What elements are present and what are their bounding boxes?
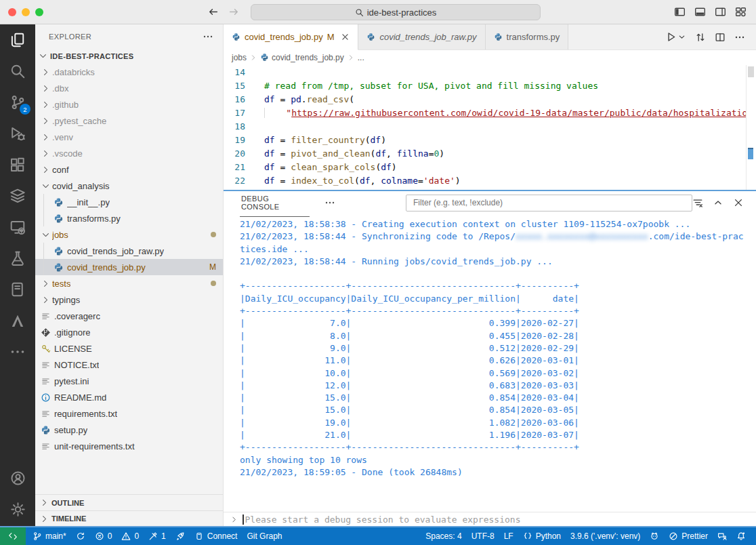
tab-covid_trends_job.py[interactable]: covid_trends_job.pyM (224, 24, 358, 50)
status-feedback[interactable] (713, 527, 732, 545)
split-editor-icon[interactable] (715, 32, 726, 43)
activity-item-testing[interactable] (0, 243, 35, 274)
filter-icon[interactable] (692, 197, 703, 208)
modified-region-marker (748, 148, 753, 159)
explorer-actions-icon[interactable] (203, 31, 213, 42)
minimize-window-button[interactable] (22, 8, 30, 16)
tree-item-covid_trends_job_raw.py[interactable]: covid_trends_job_raw.py (35, 243, 223, 259)
code-line: 14 (224, 66, 756, 79)
tree-item-.pytest_cache[interactable]: .pytest_cache (35, 113, 223, 129)
customize-layout-icon[interactable] (735, 6, 747, 18)
tree-item-.databricks[interactable]: .databricks (35, 64, 223, 80)
outline-section[interactable]: OUTLINE (35, 494, 223, 510)
forward-icon[interactable] (228, 6, 240, 18)
toggle-secondary-sidebar-icon[interactable] (715, 6, 726, 18)
line-number: 21 (224, 161, 256, 174)
status-launch[interactable] (171, 527, 190, 545)
tree-item-.gitignore[interactable]: .gitignore (35, 324, 223, 340)
open-changes-icon[interactable] (695, 32, 706, 43)
tree-item-tests[interactable]: tests (35, 275, 223, 291)
tab-debug-console[interactable]: DEBUG CONSOLE (240, 190, 310, 217)
activity-item-additional-views[interactable] (0, 336, 35, 367)
activity-item-manage-settings[interactable] (0, 493, 35, 525)
scrollbar-thumb[interactable] (748, 66, 754, 77)
close-tab-icon[interactable] (341, 33, 350, 41)
console-line: +-------------------+-------------------… (240, 305, 745, 317)
tree-item-covid_analysis[interactable]: covid_analysis (35, 178, 223, 194)
status-prettier[interactable]: Prettier (664, 527, 713, 545)
tree-item-jobs[interactable]: jobs (35, 226, 223, 243)
code-editor[interactable]: 1415# read from /tmp, subset for USA, pi… (224, 64, 756, 188)
activity-item-accounts[interactable] (0, 462, 35, 493)
activity-item-stack-view[interactable] (0, 180, 35, 211)
activity-item-notebook[interactable] (0, 274, 35, 305)
activity-item-remote-explorer[interactable] (0, 211, 35, 243)
breadcrumb-item[interactable]: ... (358, 53, 364, 62)
bell-icon (736, 531, 746, 541)
status-warnings[interactable]: 0 (117, 527, 144, 545)
run-dropdown-chevron-icon[interactable] (677, 33, 686, 41)
activity-item-run-and-debug[interactable] (0, 118, 35, 149)
tree-item-.vscode[interactable]: .vscode (35, 145, 223, 161)
console-filter-input[interactable] (412, 197, 692, 208)
activity-item-source-control[interactable]: 2 (0, 87, 35, 118)
collapse-panel-icon[interactable] (713, 197, 723, 208)
more-actions-icon[interactable] (734, 32, 745, 43)
status-eol[interactable]: LF (499, 527, 518, 545)
breadcrumb-item[interactable]: covid_trends_job.py (272, 53, 344, 62)
zoom-window-button[interactable] (35, 8, 43, 16)
status-git-graph[interactable]: Git Graph (242, 527, 287, 545)
debug-repl-input[interactable]: Please start a debug session to evaluate… (224, 512, 756, 526)
editor-scrollbar[interactable] (746, 65, 756, 190)
tab-covid_trends_job_raw.py[interactable]: covid_trends_job_raw.py (358, 24, 485, 49)
command-center-search[interactable]: ide-best-practices (251, 4, 541, 20)
activity-item-letter-a-extension[interactable] (0, 305, 35, 336)
file-name: NOTICE.txt (54, 360, 99, 370)
activity-item-explorer[interactable] (0, 24, 35, 56)
status-indentation[interactable]: Spaces: 4 (421, 527, 466, 545)
close-panel-icon[interactable] (733, 197, 744, 208)
activity-item-search[interactable] (0, 56, 35, 87)
back-icon[interactable] (207, 6, 219, 18)
status-language-mode[interactable]: Python (518, 527, 566, 545)
breadcrumb-item[interactable]: jobs (232, 53, 247, 62)
panel-more-actions-icon[interactable] (324, 197, 335, 208)
breadcrumb[interactable]: jobscovid_trends_job.py... (224, 50, 756, 64)
status-sync-changes[interactable] (71, 527, 90, 545)
status-errors[interactable]: 0 (90, 527, 117, 545)
line-content (256, 66, 264, 79)
tree-item-NOTICE.txt[interactable]: NOTICE.txt (35, 357, 223, 373)
tree-item-.github[interactable]: .github (35, 96, 223, 113)
tree-item-transforms.py[interactable]: transforms.py (35, 210, 223, 226)
tree-item-conf[interactable]: conf (35, 161, 223, 178)
tree-item-covid_trends_job.py[interactable]: covid_trends_job.pyM (35, 259, 223, 275)
status-encoding[interactable]: UTF-8 (467, 527, 499, 545)
status-octoface[interactable] (645, 527, 664, 545)
timeline-section[interactable]: TIMELINE (35, 510, 223, 526)
workspace-root-item[interactable]: IDE-BEST-PRACTICES (35, 48, 223, 64)
status-git-branch[interactable]: main* (28, 527, 71, 545)
status-remote-indicator[interactable] (0, 527, 26, 545)
tree-item-pytest.ini[interactable]: pytest.ini (35, 373, 223, 389)
close-window-button[interactable] (8, 8, 16, 16)
tab-transforms.py[interactable]: transforms.py (486, 24, 569, 49)
run-python-file-icon[interactable] (665, 31, 677, 43)
tree-item-LICENSE[interactable]: LICENSE (35, 340, 223, 357)
status-notifications[interactable] (732, 527, 751, 545)
tree-item-.dbx[interactable]: .dbx (35, 80, 223, 96)
toggle-sidebar-icon[interactable] (674, 6, 686, 18)
tree-item-README.md[interactable]: README.md (35, 389, 223, 405)
tree-item-.coveragerc[interactable]: .coveragerc (35, 308, 223, 324)
octoface-icon (650, 531, 659, 541)
tree-item-unit-requirements.txt[interactable]: unit-requirements.txt (35, 438, 223, 454)
tree-item-setup.py[interactable]: setup.py (35, 422, 223, 438)
tree-item-__init__.py[interactable]: __init__.py (35, 194, 223, 210)
status-python-interpreter[interactable]: 3.9.6 ('.venv': venv) (566, 527, 645, 545)
tree-item-.venv[interactable]: .venv (35, 129, 223, 145)
tree-item-typings[interactable]: typings (35, 291, 223, 308)
activity-item-extensions[interactable] (0, 149, 35, 180)
status-tools[interactable]: 1 (144, 527, 171, 545)
tree-item-requirements.txt[interactable]: requirements.txt (35, 405, 223, 422)
status-connect[interactable]: Connect (190, 527, 243, 545)
toggle-panel-icon[interactable] (694, 6, 706, 18)
